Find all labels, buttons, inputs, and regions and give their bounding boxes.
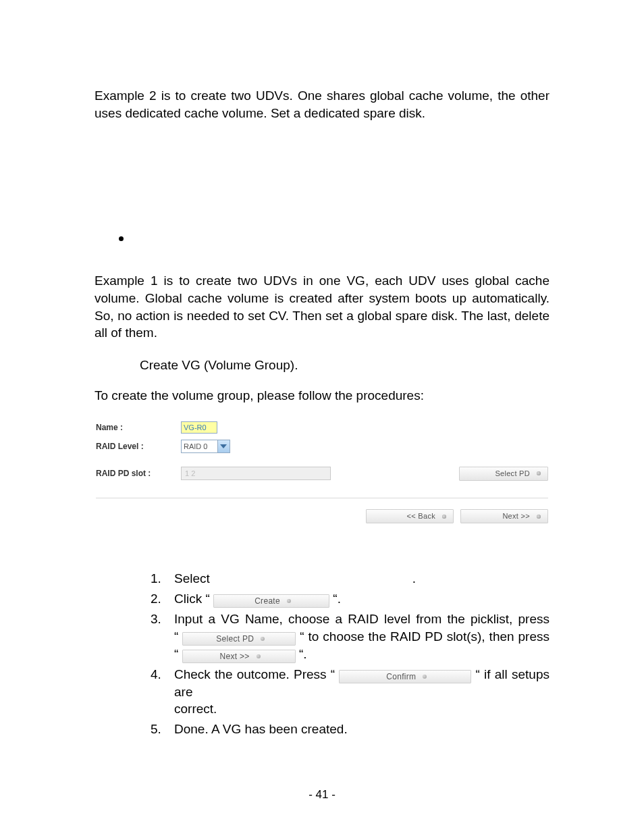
select-pd-label: Select PD [216, 633, 254, 644]
row-raid-level: RAID Level : RAID 0 [96, 437, 548, 456]
row-name: Name : [96, 418, 548, 437]
button-dot-icon [442, 515, 446, 519]
next-button-inline[interactable]: Next >> [182, 650, 296, 663]
procedure-intro: To create the volume group, please follo… [95, 387, 549, 405]
name-input[interactable] [181, 421, 217, 434]
button-dot-icon [537, 515, 541, 519]
blank-gap [95, 122, 549, 259]
button-dot-icon [261, 637, 265, 641]
item1-text-a: Select [174, 571, 210, 585]
list-number: 2. [151, 590, 174, 608]
item4-text-c: correct. [174, 700, 549, 718]
procedure-item-2: 2. Click “ Create “. [151, 590, 549, 608]
chevron-down-icon[interactable] [217, 440, 230, 453]
svg-marker-0 [220, 444, 227, 448]
label-name: Name : [96, 422, 181, 433]
confirm-label: Confirm [386, 671, 416, 682]
procedure-item-4: 4. Check the outcome. Press “ Confirm “ … [151, 666, 549, 718]
list-number: 1. [151, 570, 174, 588]
select-pd-label: Select PD [495, 469, 530, 479]
intro-paragraph-1: Example 1 is to create two UDVs in one V… [95, 272, 549, 342]
button-dot-icon [423, 675, 427, 679]
item5-text: Done. A VG has been created. [174, 721, 549, 738]
item1-text-b: . [412, 571, 416, 585]
next-button[interactable]: Next >> [460, 509, 548, 523]
next-label: Next >> [502, 511, 530, 521]
item3-line1: Input a VG Name, choose a RAID level fro… [174, 610, 549, 628]
raid-level-value: RAID 0 [181, 440, 217, 453]
item3-end: “. [296, 647, 307, 661]
next-label: Next >> [220, 651, 250, 662]
create-vg-form: Name : RAID Level : RAID 0 RAID PD slot … [96, 418, 548, 544]
step-heading: Create VG (Volume Group). [95, 357, 549, 374]
item3-quote-open-2: “ [174, 647, 182, 661]
procedure-list: 1. Select. 2. Click “ Create “. 3. [95, 570, 549, 738]
button-dot-icon [257, 654, 261, 658]
procedure-item-5: 5. Done. A VG has been created. [151, 721, 549, 738]
page-number: - 41 - [0, 787, 644, 803]
intro-paragraph-2: Example 2 is to create two UDVs. One sha… [95, 87, 549, 122]
procedure-item-1: 1. Select. [151, 570, 549, 588]
list-number: 3. [151, 610, 174, 663]
select-pd-button-inline[interactable]: Select PD [182, 632, 296, 646]
document-page: Example 2 is to create two UDVs. One sha… [0, 0, 644, 834]
bullet-icon [119, 236, 124, 241]
item4-text-a: Check the outcome. Press “ [174, 667, 339, 681]
confirm-button-inline[interactable]: Confirm [339, 670, 471, 683]
raid-level-select[interactable]: RAID 0 [181, 440, 230, 453]
raid-pd-slot-input[interactable] [181, 467, 331, 480]
row-raid-pd-slot: RAID PD slot : Select PD [96, 464, 548, 483]
item3-quote-open-1: “ [174, 629, 182, 644]
button-dot-icon [287, 599, 291, 603]
item3-mid: “ to choose the RAID PD slot(s), then pr… [296, 629, 549, 644]
button-dot-icon [537, 471, 541, 475]
create-label: Create [254, 596, 280, 606]
list-number: 5. [151, 721, 174, 738]
procedure-item-3: 3. Input a VG Name, choose a RAID level … [151, 610, 549, 663]
create-button-inline[interactable]: Create [213, 594, 329, 608]
label-raid-level: RAID Level : [96, 441, 181, 452]
back-label: << Back [407, 511, 435, 521]
item2-text-a: Click “ [174, 592, 213, 606]
back-button[interactable]: << Back [366, 509, 454, 523]
form-action-bar: << Back Next >> [96, 498, 548, 544]
list-number: 4. [151, 666, 174, 718]
select-pd-button[interactable]: Select PD [459, 467, 548, 481]
label-raid-pd-slot: RAID PD slot : [96, 468, 181, 479]
item2-text-b: “. [329, 592, 341, 606]
